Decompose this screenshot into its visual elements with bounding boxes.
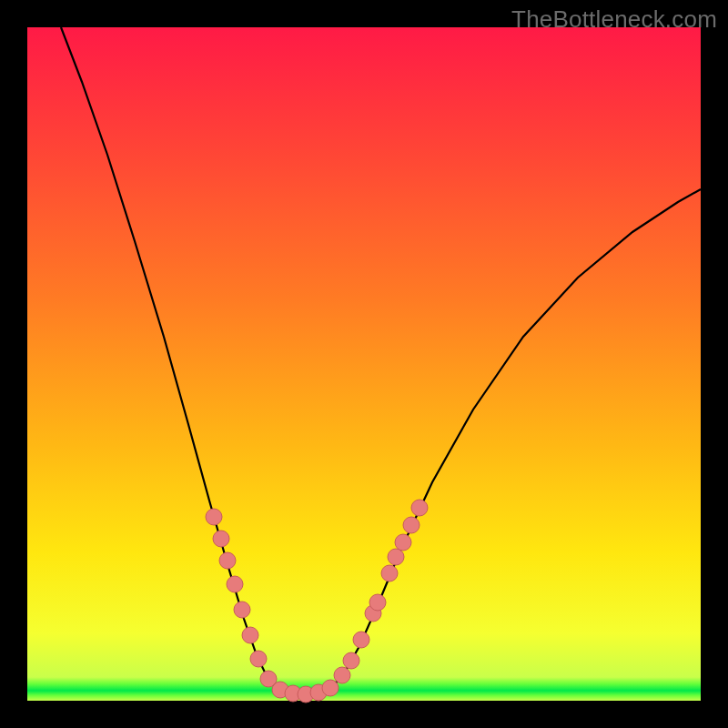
marker-point (395, 534, 411, 551)
bottleneck-curve (61, 27, 701, 694)
marker-point (219, 552, 236, 569)
marker-point (227, 576, 243, 592)
plot-area (27, 27, 701, 701)
marker-point (206, 509, 222, 525)
marker-point (403, 517, 420, 533)
marker-point (388, 549, 404, 565)
marker-point (213, 531, 229, 547)
marker-point (369, 594, 386, 611)
marker-point (334, 667, 350, 683)
marker-point (411, 500, 428, 516)
curve-layer (27, 27, 701, 701)
marker-point (242, 627, 258, 643)
marker-point (381, 565, 398, 581)
marker-point (234, 602, 250, 618)
watermark-text: TheBottleneck.com (511, 5, 717, 34)
chart-frame: TheBottleneck.com (0, 0, 728, 728)
marker-point (353, 632, 369, 648)
marker-point (322, 680, 339, 696)
marker-point (343, 652, 359, 669)
marker-point (250, 651, 267, 667)
